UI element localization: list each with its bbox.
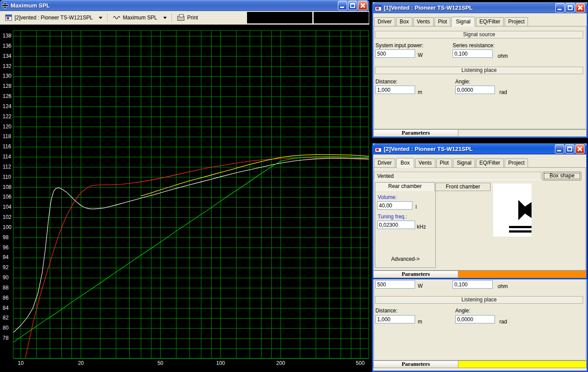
input-power-field[interactable] [375,49,415,58]
window-controls [338,1,367,10]
minimize-button[interactable] [555,3,565,12]
tab-eq-filter[interactable]: EQ/Filter [476,158,504,167]
plot-type-label: Maximum SPL [123,15,157,21]
input-power-unit: W [418,283,423,289]
chart-canvas [0,25,369,369]
y-tick-label: 108 [3,184,11,190]
y-tick-label: 112 [3,164,11,170]
parameters-row: Parameters [373,129,587,137]
minimize-button[interactable] [338,1,347,10]
parameters-row: Parameters [373,271,586,278]
x-tick-label: 500 [356,360,365,366]
y-tick-label: 132 [3,63,11,69]
window-2-titlebar[interactable]: [2]Vented : Pioneer TS-W121SPL [373,143,586,154]
box-diagram-canvas [493,184,532,237]
x-tick-label: 50 [157,360,163,366]
close-button[interactable] [576,3,585,12]
tab-vents[interactable]: Vents [413,17,434,26]
tab-box[interactable]: Box [396,17,412,26]
close-button[interactable] [358,1,367,10]
y-tick-label: 118 [3,133,11,139]
y-tick-label: 114 [3,154,11,160]
tab-eq-filter[interactable]: EQ/Filter [476,17,504,26]
rear-chamber-panel: Volume: l Tuning freq.: kHz Advanced-> [375,191,436,268]
x-tick-label: 200 [276,360,285,366]
distance-unit: m [418,89,422,95]
distance-field[interactable] [375,315,415,323]
tab-project[interactable]: Project [505,17,528,26]
maximize-button[interactable] [566,3,575,12]
tab-plot[interactable]: Plot [436,158,453,167]
y-tick-label: 94 [3,254,8,260]
distance-label: Distance: [375,79,397,85]
readout-panel-2 [314,12,369,23]
angle-label: Angle: [455,308,470,314]
box-tab-page: Vented Box shape Rear chamber Front cham… [374,167,586,271]
window-1-tabs: DriverBoxVentsPlotSignalEQ/FilterProject [373,13,587,26]
rear-chamber-tab[interactable]: Rear chamber [375,182,435,191]
port-line-1 [509,226,532,228]
window-controls [555,3,585,12]
x-tick-label: 20 [78,360,84,366]
minimize-button[interactable] [555,144,564,154]
print-button[interactable]: Print [174,13,202,22]
print-label: Print [187,15,198,21]
tab-box[interactable]: Box [396,158,414,168]
tab-project[interactable]: Project [505,158,528,167]
y-tick-label: 124 [3,103,11,109]
series-resistance-field[interactable] [453,280,493,289]
plot-window-title: Maximum SPL [11,2,336,9]
y-tick-label: 78 [3,335,8,341]
window-2: [2]Vented : Pioneer TS-W121SPL DriverBox… [372,143,588,279]
box-shape-button[interactable]: Box shape [543,172,581,180]
series-resistance-label: Series resistance: [453,42,494,49]
window-1-titlebar[interactable]: [1]Vented : Pioneer TS-W121SPL [373,2,587,13]
parameters-progress-bar [458,271,586,278]
window-2-tabs: DriverBoxVentsPlotSignalEQ/FilterProject [373,154,586,167]
close-button[interactable] [575,144,584,154]
plot-type-selector[interactable]: Maximum SPL [109,13,170,22]
maximize-button[interactable] [565,144,574,154]
tab-driver[interactable]: Driver [374,158,395,167]
angle-field[interactable] [455,315,495,323]
series-resistance-field[interactable] [453,49,493,58]
project-selector-label: [2]vented : Pioneer TS-W121SPL [15,15,93,21]
signal-tab-page: W ohm Listening place Distance: Angle: m… [374,279,586,361]
plot-window: Maximum SPL [2]vented : Pioneer TS-W121S… [0,0,369,372]
project-selector[interactable]: [2]vented : Pioneer TS-W121SPL [2,13,106,22]
volume-field[interactable] [377,201,412,210]
distance-unit: m [418,319,422,325]
parameters-progress-bar [458,361,587,368]
project-icon [5,15,12,21]
angle-field[interactable] [455,86,495,94]
tuning-freq-unit: kHz [417,224,426,230]
advanced-link[interactable]: Advanced-> [375,256,435,262]
maximize-button[interactable] [348,1,357,10]
parameters-header[interactable]: Parameters [373,361,458,368]
dropdown-arrow-icon [99,17,102,19]
input-power-field[interactable] [375,280,415,289]
window-icon [375,146,382,152]
tuning-freq-label: Tuning freq.: [378,214,407,220]
tab-driver[interactable]: Driver [374,17,395,26]
window-1-title: [1]Vented : Pioneer TS-W121SPL [384,4,553,11]
spl-chart[interactable]: 1381361341321301281261241221201181161141… [0,25,369,372]
speaker-cone-icon [518,200,525,220]
distance-field[interactable] [375,86,415,94]
tab-signal[interactable]: Signal [451,17,475,26]
tuning-freq-field[interactable] [377,221,415,229]
front-chamber-tab[interactable]: Front chamber [435,183,491,191]
y-tick-label: 96 [3,244,8,251]
box-type-field[interactable]: Vented [374,172,541,180]
plot-window-titlebar[interactable]: Maximum SPL [0,0,369,11]
parameters-header[interactable]: Parameters [373,271,458,278]
plot-frame [13,30,369,358]
parameters-header[interactable]: Parameters [373,129,458,137]
parameters-track [458,129,587,137]
tab-plot[interactable]: Plot [434,17,451,26]
tab-signal[interactable]: Signal [453,158,475,167]
y-tick-label: 134 [3,53,11,59]
y-tick-label: 128 [3,83,11,89]
tab-vents[interactable]: Vents [415,158,435,167]
y-tick-label: 104 [3,204,11,210]
